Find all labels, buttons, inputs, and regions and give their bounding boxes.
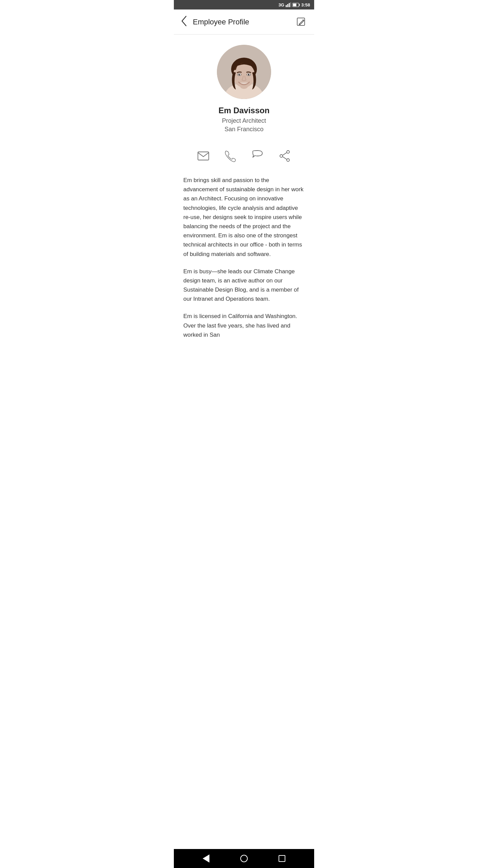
back-button[interactable] [181,14,190,29]
svg-point-25 [287,151,289,153]
message-button[interactable] [248,146,267,165]
time-display: 3:58 [301,2,310,7]
svg-line-28 [283,153,287,155]
svg-point-21 [248,74,250,76]
svg-rect-24 [198,152,209,160]
svg-point-22 [239,74,240,75]
bio-paragraph-2: Em is busy—she leads our Climate Change … [183,267,305,304]
employee-name: Em Davisson [219,106,270,115]
employee-location: San Francisco [224,126,263,133]
message-icon [251,150,264,162]
email-button[interactable] [194,146,213,165]
svg-rect-1 [287,4,288,7]
status-bar: 3G 3:58 [174,0,314,9]
avatar-image [217,45,271,99]
profile-section: Em Davisson Project Architect San Franci… [174,35,314,140]
bio-paragraph-3: Em is licensed in California and Washing… [183,312,305,339]
bio-section: Em brings skill and passion to the advan… [174,172,314,358]
svg-point-27 [287,159,289,161]
bio-paragraph-1: Em brings skill and passion to the advan… [183,176,305,259]
svg-rect-0 [286,5,287,7]
svg-rect-5 [299,4,300,6]
header: Employee Profile [174,9,314,35]
action-icons-row [180,140,308,172]
svg-rect-6 [293,3,296,6]
signal-bars-icon [286,2,291,7]
svg-line-29 [283,157,287,159]
phone-button[interactable] [221,146,240,165]
svg-point-20 [239,74,240,76]
edit-icon [297,17,306,27]
back-icon [181,16,187,26]
svg-point-23 [249,74,249,75]
svg-rect-7 [297,18,305,25]
battery-icon [292,3,300,7]
svg-rect-2 [289,3,290,7]
email-icon [197,150,209,162]
svg-point-26 [280,155,283,157]
phone-icon [224,150,237,162]
page-title: Employee Profile [190,18,295,26]
employee-title: Project Architect [222,117,266,124]
share-button[interactable] [275,146,294,165]
share-icon [279,150,291,162]
avatar [217,45,271,99]
svg-rect-3 [290,2,291,7]
status-icons: 3G 3:58 [279,2,310,7]
signal-text: 3G [279,2,284,7]
edit-button[interactable] [295,16,307,28]
